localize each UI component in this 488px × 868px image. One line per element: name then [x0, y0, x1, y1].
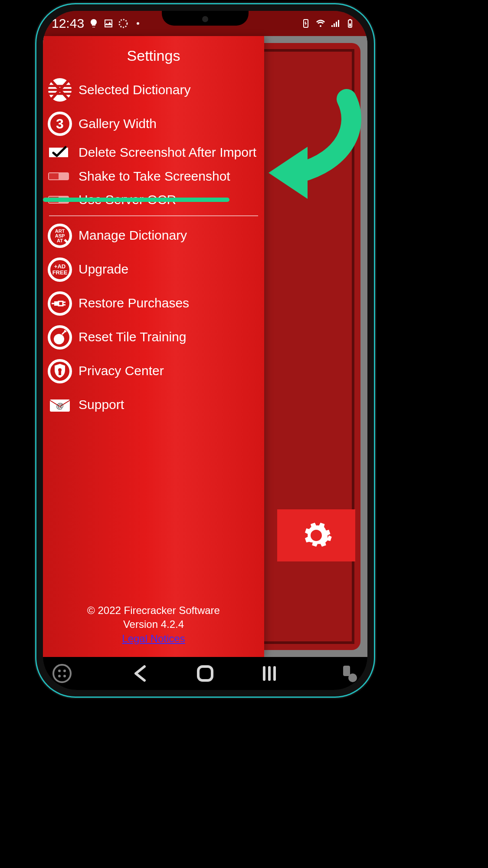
- row-delete-after-import[interactable]: Delete Screenshot After Import: [43, 141, 264, 165]
- settings-button[interactable]: [277, 509, 355, 561]
- svg-point-29: [58, 670, 61, 672]
- nav-recent-icon[interactable]: [259, 663, 280, 684]
- svg-rect-25: [59, 371, 61, 375]
- battery-saver-icon: [301, 18, 311, 29]
- status-right: [301, 18, 355, 29]
- row-shake-screenshot[interactable]: Shake to Take Screenshot: [43, 165, 264, 188]
- svg-rect-4: [349, 19, 351, 20]
- flag-icon: [47, 77, 72, 102]
- settings-title: Settings: [43, 36, 264, 73]
- row-restore-purchases[interactable]: Restore Purchases: [43, 287, 264, 320]
- row-selected-dictionary[interactable]: Selected Dictionary: [43, 73, 264, 107]
- svg-point-22: [54, 334, 64, 344]
- shield-icon: [47, 359, 72, 384]
- settings-footer: © 2022 Firecracker Software Version 4.2.…: [43, 604, 264, 646]
- nav-back-icon[interactable]: [131, 663, 151, 684]
- svg-text:@: @: [56, 402, 64, 410]
- adfree-icon: +ADFREE: [47, 257, 72, 282]
- status-left: 12:43: [52, 16, 143, 31]
- label: Manage Dictionary: [79, 228, 187, 243]
- checkbox-checked-icon[interactable]: [47, 146, 70, 159]
- battery-icon: [345, 18, 355, 29]
- settings-panel: Settings Selected Dictionary 3 Gallery W…: [43, 36, 264, 657]
- footer-version: Version 4.2.4: [43, 617, 264, 631]
- spinner-icon: [118, 18, 128, 29]
- gear-icon: [299, 518, 333, 552]
- label: Restore Purchases: [79, 296, 189, 311]
- label: Privacy Center: [79, 363, 164, 379]
- bulb-icon: [88, 18, 99, 29]
- wifi-icon: [315, 18, 326, 29]
- row-reset-training[interactable]: Reset Tile Training: [43, 320, 264, 354]
- row-manage-dictionary[interactable]: ARTASPAT Manage Dictionary: [43, 219, 264, 253]
- label: Support: [79, 397, 124, 413]
- status-time: 12:43: [52, 16, 84, 31]
- annotation-underline: [43, 198, 229, 202]
- number-icon: 3: [47, 111, 72, 136]
- row-gallery-width[interactable]: 3 Gallery Width: [43, 107, 264, 141]
- label: Shake to Take Screenshot: [79, 169, 230, 184]
- phone-frame: 12:43: [36, 4, 374, 696]
- nav-extra-right-icon[interactable]: [338, 663, 359, 684]
- plug-icon: [47, 291, 72, 316]
- phone-screen: 12:43: [43, 11, 367, 690]
- svg-point-28: [53, 665, 71, 682]
- dot-icon: [133, 18, 143, 29]
- svg-rect-36: [351, 674, 354, 677]
- notch: [162, 11, 249, 26]
- image-icon: [103, 18, 114, 29]
- android-navbar: [43, 657, 367, 690]
- svg-point-32: [63, 675, 66, 677]
- label: Delete Screenshot After Import: [79, 145, 256, 160]
- app-content: Settings Selected Dictionary 3 Gallery W…: [43, 36, 367, 657]
- svg-rect-9: [49, 173, 59, 179]
- bomb-icon: [47, 325, 72, 350]
- row-upgrade[interactable]: +ADFREE Upgrade: [43, 253, 264, 287]
- label: Reset Tile Training: [79, 330, 186, 345]
- gallery-width-value: 3: [56, 116, 64, 132]
- svg-text:AT: AT: [57, 238, 63, 243]
- dictionary-icon: ARTASPAT: [47, 223, 72, 248]
- svg-text:FREE: FREE: [52, 269, 68, 276]
- toggle-off-icon[interactable]: [47, 170, 70, 183]
- label: Upgrade: [79, 262, 128, 277]
- legal-notices-link[interactable]: Legal Notices: [122, 633, 185, 644]
- svg-point-31: [58, 675, 61, 677]
- row-support[interactable]: @ Support: [43, 388, 264, 422]
- svg-point-0: [119, 20, 127, 27]
- svg-rect-34: [343, 666, 350, 676]
- svg-rect-33: [198, 667, 212, 680]
- svg-text:+AD: +AD: [54, 263, 66, 270]
- nav-home-icon[interactable]: [195, 663, 216, 684]
- row-privacy-center[interactable]: Privacy Center: [43, 354, 264, 388]
- nav-extra-left-icon[interactable]: [52, 663, 72, 684]
- svg-point-30: [63, 670, 66, 672]
- footer-copyright: © 2022 Firecracker Software: [43, 604, 264, 617]
- mail-icon: @: [47, 393, 72, 418]
- label: Gallery Width: [79, 116, 157, 132]
- signal-icon: [330, 18, 341, 29]
- svg-rect-5: [349, 23, 351, 26]
- divider: [49, 215, 258, 216]
- svg-point-1: [137, 22, 139, 25]
- label: Selected Dictionary: [79, 83, 190, 98]
